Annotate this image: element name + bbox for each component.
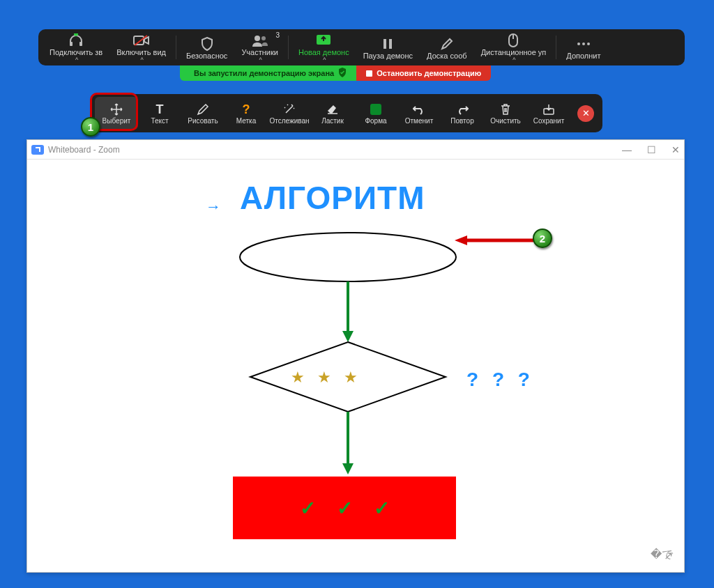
close-button[interactable]: ✕ (671, 144, 680, 155)
meeting-toolbar: Подключить зв ^ Включить вид ^ Безопасно… (38, 29, 685, 65)
star-icon: ★ (291, 369, 305, 387)
text-tool[interactable]: T Текст (138, 97, 181, 130)
undo-label: Отменит (405, 117, 433, 125)
new-share-label: Новая демонс (298, 48, 349, 56)
window-title: Whiteboard - Zoom (48, 145, 120, 155)
undo-tool[interactable]: Отменит (397, 97, 441, 130)
redo-label: Повтор (450, 117, 473, 125)
svg-point-16 (240, 233, 456, 281)
result-box: ✓ ✓ ✓ (233, 477, 456, 539)
close-icon: ✕ (582, 108, 590, 118)
svg-point-4 (255, 36, 260, 41)
diamond-stars: ★ ★ ★ (291, 369, 358, 387)
text-icon: T (156, 102, 164, 117)
security-label: Безопаснос (186, 52, 227, 60)
callout-number: 2 (540, 233, 545, 245)
more-button[interactable]: Дополнит (559, 33, 607, 61)
remote-control-button[interactable]: Дистанционное уп ^ (474, 30, 554, 65)
more-icon (576, 36, 591, 52)
svg-rect-7 (383, 39, 386, 49)
format-label: Форма (365, 117, 386, 125)
shield-check-icon (338, 68, 347, 79)
zoom-app-icon (31, 145, 44, 155)
chevron-up-icon: ^ (75, 56, 78, 63)
sharing-status[interactable]: Вы запустили демонстрацию экрана (180, 65, 356, 81)
save-tool[interactable]: Сохранит (527, 97, 570, 130)
pause-share-button[interactable]: Пауза демонс (356, 33, 420, 61)
window-controls: — ☐ ✕ (622, 144, 680, 155)
redo-tool[interactable]: Повтор (441, 97, 484, 130)
remote-control-label: Дистанционное уп (481, 48, 547, 56)
people-icon (251, 33, 269, 48)
redo-icon (456, 102, 469, 117)
chevron-up-icon: ^ (140, 56, 143, 63)
star-icon: ★ (317, 369, 331, 387)
headphones-icon (68, 33, 84, 48)
save-label: Сохранит (533, 117, 564, 125)
color-swatch-icon (370, 102, 381, 117)
format-tool[interactable]: Форма (354, 97, 397, 130)
video-off-icon (133, 33, 150, 48)
svg-marker-23 (455, 235, 467, 245)
connect-audio-label: Подключить зв (50, 48, 102, 56)
select-label: Выберит (102, 117, 131, 125)
callout-number: 1 (88, 121, 93, 133)
connect-audio-button[interactable]: Подключить зв ^ (43, 30, 109, 65)
annotate-label: Доска сооб (427, 52, 467, 60)
svg-point-11 (577, 42, 580, 45)
pause-share-label: Пауза демонс (363, 52, 413, 60)
stop-share-button[interactable]: Остановить демонстрацию (356, 65, 491, 81)
spotlight-tool[interactable]: Отслеживан (268, 97, 311, 130)
chevron-up-icon: ^ (259, 56, 262, 63)
text-label: Текст (151, 117, 168, 125)
mouse-icon (508, 33, 518, 48)
whiteboard-window: Whiteboard - Zoom — ☐ ✕ → АЛГОРИТМ ★ ★ ★… (26, 139, 685, 573)
pencil-icon (197, 102, 209, 117)
svg-point-13 (587, 42, 590, 45)
sharing-status-text: Вы запустили демонстрацию экрана (194, 69, 334, 77)
callout-badge-1: 1 (81, 117, 100, 137)
whiteboard-canvas[interactable]: → АЛГОРИТМ ★ ★ ★ ? ? ? ✓ ✓ ✓ �で ↗ (27, 160, 684, 572)
clear-label: Очистить (490, 117, 521, 125)
participants-button[interactable]: 3 Участники ^ (234, 30, 285, 65)
check-icon: ✓ (374, 497, 390, 520)
svg-line-3 (135, 36, 147, 45)
expand-icon[interactable]: ↗ (664, 549, 673, 562)
select-tool[interactable]: Выберит (95, 97, 138, 130)
callout-badge-2: 2 (533, 229, 552, 248)
annotation-toolbar: Выберит T Текст Рисовать ? Метка Отслежи… (91, 94, 602, 132)
start-video-button[interactable]: Включить вид ^ (109, 30, 173, 65)
new-share-button[interactable]: Новая демонс ^ (291, 30, 356, 65)
minimize-button[interactable]: — (622, 144, 632, 155)
draw-tool[interactable]: Рисовать (181, 97, 225, 130)
svg-rect-0 (70, 42, 73, 46)
maximize-button[interactable]: ☐ (647, 144, 656, 155)
more-label: Дополнит (566, 52, 600, 60)
chevron-up-icon: ^ (323, 56, 326, 63)
eraser-label: Ластик (321, 117, 344, 125)
svg-point-12 (582, 42, 585, 45)
clear-tool[interactable]: Очистить (484, 97, 527, 130)
svg-marker-18 (342, 331, 354, 342)
svg-rect-1 (79, 42, 82, 46)
pencil-icon (441, 36, 453, 52)
undo-icon (413, 102, 425, 117)
check-icon: ✓ (300, 497, 316, 520)
eraser-tool[interactable]: Ластик (311, 97, 354, 130)
window-titlebar: Whiteboard - Zoom — ☐ ✕ (27, 140, 684, 160)
question-marks: ? ? ? (466, 369, 534, 391)
move-icon (110, 102, 123, 117)
close-annotation-button[interactable]: ✕ (577, 105, 594, 122)
trash-icon (500, 102, 511, 117)
participants-count: 3 (275, 31, 280, 39)
divider (556, 36, 556, 59)
stamp-tool[interactable]: ? Метка (225, 97, 268, 130)
security-button[interactable]: Безопаснос (179, 33, 234, 61)
share-screen-icon (316, 33, 331, 48)
stamp-label: Метка (236, 117, 256, 125)
annotate-button[interactable]: Доска сооб (420, 33, 474, 61)
draw-label: Рисовать (188, 117, 218, 125)
svg-marker-21 (342, 463, 354, 474)
stop-share-label: Остановить демонстрацию (377, 69, 481, 77)
participants-label: Участники (241, 48, 278, 56)
